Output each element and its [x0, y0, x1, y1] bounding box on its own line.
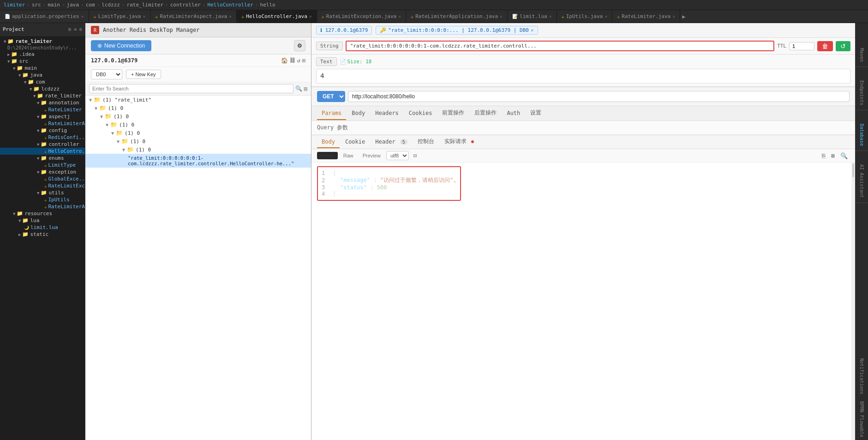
bpmn-label[interactable]: BPMN Flowable Diagram: [858, 399, 865, 440]
resp-tab-body[interactable]: Body: [317, 136, 340, 148]
tree-root[interactable]: ▼ 📁 rate_limiter: [0, 38, 85, 45]
breadcrumb-lcdzzz[interactable]: lcdzzz: [102, 2, 120, 8]
tab-auth[interactable]: Auth: [502, 107, 525, 120]
format-icon[interactable]: ⊟: [413, 152, 417, 159]
kv-close-button[interactable]: ✕: [531, 27, 534, 33]
tab-headers[interactable]: Headers: [371, 107, 403, 120]
breadcrumb-hello[interactable]: hello: [260, 2, 275, 8]
tree-controller[interactable]: ▼ 📁 controller: [0, 141, 85, 148]
search-input[interactable]: [89, 84, 293, 93]
tab-ratelimiteraspect[interactable]: ☕ RateLimiterAspect.java ✕: [151, 10, 237, 23]
unlink-icon[interactable]: ⛓: [290, 57, 295, 64]
tree-rate-limiter[interactable]: ▼ 📁 rate_limiter: [0, 92, 85, 99]
expand-icon[interactable]: ⊞: [829, 151, 837, 160]
preview-button[interactable]: Preview: [359, 152, 384, 159]
tab-pre-script[interactable]: 前置操作: [437, 106, 469, 121]
tree-lcdzzz[interactable]: ▼ 📁 lcdzzz: [0, 85, 85, 92]
encoding-select[interactable]: utf8: [386, 151, 409, 160]
breadcrumb-rate-limiter[interactable]: rate_limiter: [127, 2, 163, 8]
tab-close[interactable]: ✕: [500, 14, 503, 19]
key-folder-3[interactable]: ▼ 📁 (1) 0: [85, 121, 311, 129]
tab-close[interactable]: ✕: [605, 14, 607, 19]
resp-tab-actual[interactable]: 实际请求: [440, 135, 479, 149]
tree-redisconfig[interactable]: ☕ RedisConfi...: [0, 134, 85, 141]
tree-resources[interactable]: ▼ 📁 resources: [0, 210, 85, 217]
tab-limittype[interactable]: ☕ LimitType.java ✕: [89, 10, 151, 23]
key-folder-root[interactable]: ▼ 📁 (1) "rate_limit": [85, 96, 311, 104]
tree-ratelimitexcep[interactable]: ☕ RateLimitExcep...: [0, 182, 85, 189]
tree-limittype[interactable]: ☕ LimitType: [0, 162, 85, 169]
database-label[interactable]: Database: [858, 120, 865, 150]
tab-cookies[interactable]: Cookies: [404, 107, 437, 120]
tree-ratelimiter-anno[interactable]: ☕ RateLimiter: [0, 106, 85, 113]
tree-idea[interactable]: ▶ 📁 .idea: [0, 51, 85, 58]
tree-utils[interactable]: ▼ 📁 utils: [0, 189, 85, 196]
new-connection-button[interactable]: ⊕ New Connection: [91, 40, 151, 51]
key-folder-5[interactable]: ▼ 📁 (1) 0: [85, 137, 311, 145]
tree-exception[interactable]: ▼ 📁 exception: [0, 169, 85, 175]
tree-iputils[interactable]: ☕ IpUtils: [0, 196, 85, 203]
tab-hellocontroller[interactable]: ☕ HelloController.java ✕: [237, 10, 317, 23]
copy-icon[interactable]: ⎘: [820, 151, 827, 160]
ttl-input[interactable]: [789, 42, 814, 50]
grid-icon[interactable]: ⊞: [302, 57, 305, 64]
tree-hellocontroller[interactable]: ☕ HelloContro...: [0, 148, 85, 155]
tree-globalexce[interactable]: ☕ GlobalExce...: [0, 175, 85, 182]
tree-src[interactable]: ▼ 📁 src: [0, 58, 85, 65]
http-method-select[interactable]: GET: [317, 91, 345, 102]
resp-tab-header[interactable]: Header 5: [371, 136, 412, 148]
tab-limit-lua[interactable]: 📝 limit.lua ✕: [508, 10, 557, 23]
more-tabs-btn[interactable]: ▶: [682, 13, 685, 20]
breadcrumb-controller[interactable]: controller: [170, 2, 201, 8]
raw-button[interactable]: Raw: [340, 152, 357, 159]
tree-lua[interactable]: ▼ 📁 lua: [0, 217, 85, 224]
tree-aspectj[interactable]: ▼ 📁 aspectj: [0, 113, 85, 120]
key-folder-1[interactable]: ▼ 📁 (1) 0: [85, 104, 311, 112]
url-input[interactable]: [348, 91, 850, 102]
pretty-button[interactable]: Pretty: [317, 152, 338, 159]
tab-close[interactable]: ✕: [229, 14, 232, 19]
breadcrumb-hello-controller[interactable]: HelloController: [208, 2, 253, 8]
tree-limit-lua[interactable]: 🌙 limit.lua: [0, 224, 85, 231]
breadcrumb-limiter[interactable]: limiter: [4, 2, 25, 8]
scrollbar-thumb[interactable]: [852, 163, 854, 177]
tab-close[interactable]: ✕: [143, 14, 145, 19]
tab-params[interactable]: Params: [317, 107, 346, 120]
rdm-settings-button[interactable]: ⚙: [294, 40, 305, 51]
tab-ratelimitexception[interactable]: ☕ RateLimitException.java ✕: [317, 10, 406, 23]
tab-application-properties[interactable]: 📄 application.properties ✕: [0, 10, 89, 23]
key-folder-2[interactable]: ▼ 📁 (1) 0: [85, 112, 311, 121]
delete-key-button[interactable]: 🗑: [817, 41, 833, 51]
tab-ratelimiter-app[interactable]: ☕ RateLimiterApplication.java ✕: [406, 10, 508, 23]
tab-close[interactable]: ✕: [398, 14, 401, 19]
breadcrumb-com[interactable]: com: [86, 2, 95, 8]
search-icon[interactable]: 🔍: [838, 151, 850, 160]
tab-iputils[interactable]: ☕ IpUtils.java ✕: [557, 10, 613, 23]
tree-annotation[interactable]: ▼ 📁 annotation: [0, 99, 85, 106]
resp-tab-cookie[interactable]: Cookie: [341, 136, 370, 148]
notifications-label[interactable]: Notifications: [858, 355, 865, 398]
tree-static[interactable]: ▶ 📁 static: [0, 231, 85, 238]
tree-java[interactable]: ▼ 📁 java: [0, 72, 85, 78]
home-icon[interactable]: 🏠: [281, 57, 288, 64]
tree-ratelimiteraspect[interactable]: ☕ RateLimiterAspect: [0, 120, 85, 127]
tab-ratelimiter-java[interactable]: ☕ RateLimiter.java ✕: [612, 10, 680, 23]
resp-tab-console[interactable]: 控制台: [413, 135, 439, 149]
key-folder-6[interactable]: ▼ 📁 (1) 0: [85, 145, 311, 154]
tab-close[interactable]: ✕: [672, 14, 675, 19]
breadcrumb-main[interactable]: main: [48, 2, 60, 8]
refresh-icon[interactable]: ↺: [297, 57, 300, 64]
key-folder-4[interactable]: ▼ 📁 (1) 0: [85, 129, 311, 137]
tree-enums[interactable]: ▼ 📁 enums: [0, 155, 85, 162]
endpoints-label[interactable]: Endpoints: [858, 77, 865, 109]
new-key-button[interactable]: + New Key: [126, 70, 161, 79]
tab-close[interactable]: ✕: [309, 14, 312, 19]
tab-close[interactable]: ✕: [81, 14, 84, 19]
tab-settings[interactable]: 设置: [526, 106, 546, 121]
tree-ratelimiterapp[interactable]: ☕ RateLimiterApplication: [0, 203, 85, 210]
key-input[interactable]: [346, 41, 774, 51]
tree-com[interactable]: ▼ 📁 com: [0, 78, 85, 85]
save-key-button[interactable]: ↺: [836, 41, 850, 51]
db-select[interactable]: DB0: [91, 69, 122, 79]
ai-assistant-label[interactable]: AI Assistant: [858, 161, 865, 201]
